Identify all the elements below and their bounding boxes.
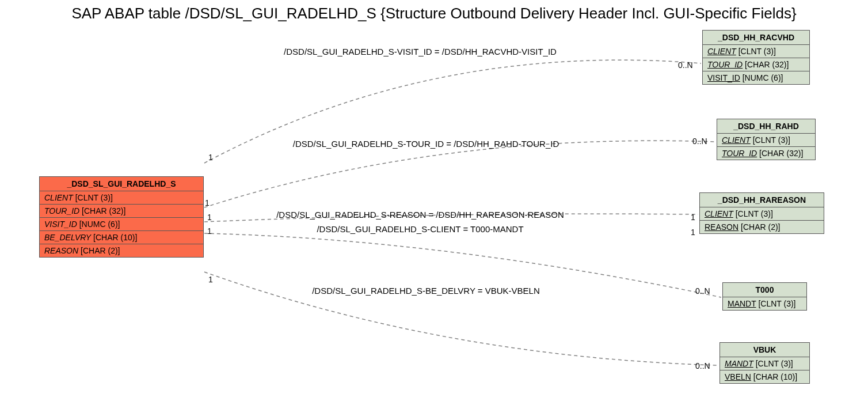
edge-rareason-label: /DSD/SL_GUI_RADELHD_S-REASON = /DSD/HH_R… (276, 210, 564, 220)
field-name: VISIT_ID (44, 220, 77, 229)
entity-main-field-visit-id: VISIT_ID [NUMC (6)] (40, 218, 203, 231)
field-type: [CHAR (10)] (93, 233, 137, 242)
field-name: VBELN (725, 372, 751, 381)
field-name: CLIENT (707, 47, 736, 56)
edge-vbuk (204, 272, 718, 365)
field-type: [CHAR (2)] (81, 246, 120, 255)
field-name: REASON (705, 222, 738, 232)
entity-t000-name: T000 (723, 283, 806, 297)
edge-vbuk-right-card: 0..N (695, 361, 710, 370)
field-type: [CHAR (32)] (82, 206, 125, 215)
field-name: MANDT (728, 299, 756, 308)
entity-racvhd-field-client: CLIENT [CLNT (3)] (703, 45, 809, 58)
edge-rareason (204, 214, 698, 222)
entity-t000-field-mandt: MANDT [CLNT (3)] (723, 297, 806, 310)
edge-vbuk-right-card-upper: 0..N (695, 286, 710, 296)
edge-racvhd (204, 60, 701, 163)
field-name: BE_DELVRY (44, 233, 91, 242)
entity-main: _DSD_SL_GUI_RADELHD_S CLIENT [CLNT (3)] … (39, 176, 204, 258)
entity-main-field-reason: REASON [CHAR (2)] (40, 244, 203, 257)
edge-racvhd-right-card: 0..N (678, 60, 693, 70)
entity-vbuk: VBUK MANDT [CLNT (3)] VBELN [CHAR (10)] (719, 342, 810, 384)
entity-rahd-field-tour-id: TOUR_ID [CHAR (32)] (717, 147, 815, 160)
field-type: [CLNT (3)] (75, 193, 113, 202)
entity-vbuk-field-vbeln: VBELN [CHAR (10)] (720, 370, 809, 383)
field-name: VISIT_ID (707, 73, 740, 82)
edge-rahd (204, 141, 715, 207)
edge-racvhd-left-card: 1 (208, 153, 213, 162)
entity-rareason-field-reason: REASON [CHAR (2)] (700, 221, 824, 233)
entity-rareason-field-client: CLIENT [CLNT (3)] (700, 207, 824, 221)
field-name: TOUR_ID (722, 149, 757, 158)
edge-vbuk-label: /DSD/SL_GUI_RADELHD_S-BE_DELVRY = VBUK-V… (312, 286, 540, 296)
entity-main-field-be-delvry: BE_DELVRY [CHAR (10)] (40, 231, 203, 244)
entity-racvhd-field-tour-id: TOUR_ID [CHAR (32)] (703, 58, 809, 71)
field-type: [CLNT (3)] (756, 359, 793, 368)
entity-racvhd: _DSD_HH_RACVHD CLIENT [CLNT (3)] TOUR_ID… (702, 30, 810, 85)
entity-main-name: _DSD_SL_GUI_RADELHD_S (40, 177, 203, 191)
field-type: [NUMC (6)] (79, 220, 120, 229)
entity-rahd-field-client: CLIENT [CLNT (3)] (717, 134, 815, 147)
entity-vbuk-field-mandt: MANDT [CLNT (3)] (720, 357, 809, 370)
field-name: MANDT (725, 359, 753, 368)
edge-rareason-right-card: 1 (691, 213, 695, 222)
field-name: CLIENT (722, 135, 751, 145)
field-type: [CLNT (3)] (758, 299, 795, 308)
field-name: CLIENT (705, 209, 733, 218)
entity-racvhd-field-visit-id: VISIT_ID [NUMC (6)] (703, 71, 809, 84)
entity-rahd: _DSD_HH_RAHD CLIENT [CLNT (3)] TOUR_ID [… (717, 119, 816, 160)
page-title: SAP ABAP table /DSD/SL_GUI_RADELHD_S {St… (0, 5, 868, 22)
edge-rahd-left-card: 1 (205, 198, 210, 207)
edge-t000 (204, 233, 721, 297)
field-type: [CLNT (3)] (753, 135, 790, 145)
field-type: [CHAR (32)] (745, 60, 789, 69)
field-name: REASON (44, 246, 78, 255)
edge-t000-label: /DSD/SL_GUI_RADELHD_S-CLIENT = T000-MAND… (317, 224, 523, 234)
entity-rahd-name: _DSD_HH_RAHD (717, 119, 815, 134)
field-name: TOUR_ID (707, 60, 743, 69)
entity-rareason-name: _DSD_HH_RAREASON (700, 193, 824, 207)
field-type: [NUMC (6)] (743, 73, 783, 82)
entity-main-field-tour-id: TOUR_ID [CHAR (32)] (40, 205, 203, 218)
field-name: TOUR_ID (44, 206, 79, 215)
field-type: [CLNT (3)] (738, 47, 776, 56)
field-type: [CHAR (10)] (753, 372, 797, 381)
entity-main-field-client: CLIENT [CLNT (3)] (40, 191, 203, 205)
entity-t000: T000 MANDT [CLNT (3)] (722, 282, 807, 311)
entity-racvhd-name: _DSD_HH_RACVHD (703, 31, 809, 45)
field-type: [CHAR (2)] (741, 222, 780, 232)
edge-t000-left-card: 1 (207, 226, 212, 236)
edge-racvhd-label: /DSD/SL_GUI_RADELHD_S-VISIT_ID = /DSD/HH… (284, 47, 557, 56)
entity-vbuk-name: VBUK (720, 343, 809, 357)
edge-vbuk-left-card: 1 (208, 275, 213, 284)
field-type: [CLNT (3)] (736, 209, 773, 218)
entity-rareason: _DSD_HH_RAREASON CLIENT [CLNT (3)] REASO… (699, 192, 824, 234)
field-name: CLIENT (44, 193, 73, 202)
field-type: [CHAR (32)] (759, 149, 803, 158)
edge-t000-right-card: 1 (691, 228, 695, 237)
edge-rareason-left-card: 1 (207, 213, 212, 222)
edge-rahd-label: /DSD/SL_GUI_RADELHD_S-TOUR_ID = /DSD/HH_… (293, 139, 559, 149)
edge-rahd-right-card: 0..N (692, 137, 707, 146)
